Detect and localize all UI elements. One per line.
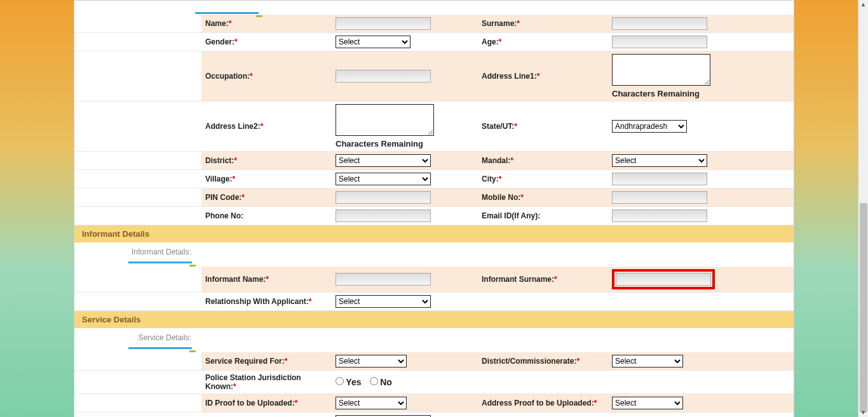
service-section-header: Service Details xyxy=(74,311,794,328)
phone-label: Phone No: xyxy=(205,211,243,220)
name-input[interactable] xyxy=(336,17,431,30)
mandal-label: Mandal: xyxy=(482,156,510,165)
addr1-textarea[interactable] xyxy=(612,54,710,86)
informant-surname-label: Informant Surname: xyxy=(482,275,554,284)
district-label: District: xyxy=(205,156,234,165)
addr2-textarea[interactable] xyxy=(336,104,434,136)
relationship-select[interactable]: Select xyxy=(336,295,431,308)
addr2-chars-remaining: Characters Remaining xyxy=(336,139,474,149)
gender-select[interactable]: Select xyxy=(336,36,410,48)
informant-subtitle-row: Informant Details: xyxy=(74,242,794,258)
surname-input[interactable] xyxy=(612,17,707,30)
scroll-up-arrow-icon[interactable]: ▲ xyxy=(860,1,867,8)
state-label: State/UT: xyxy=(482,122,514,131)
occupation-label: Occupation: xyxy=(205,72,250,81)
id-proof-select[interactable]: Select xyxy=(336,397,407,409)
village-select[interactable]: Select xyxy=(336,173,431,185)
occupation-input[interactable] xyxy=(336,70,431,83)
addr1-label: Address Line1: xyxy=(482,72,537,81)
addr1-chars-remaining: Characters Remaining xyxy=(612,89,790,98)
id-proof-label: ID Proof to be Uploaded: xyxy=(205,399,295,407)
no-label: No xyxy=(380,377,392,387)
addr-proof-label: Address Proof to be Uploaded: xyxy=(482,399,594,407)
informant-section-header: Informant Details xyxy=(74,225,794,242)
scrollbar[interactable]: ▲ ▼ xyxy=(858,0,868,417)
city-label: City: xyxy=(482,175,499,183)
pin-input[interactable] xyxy=(336,191,431,204)
applicant-subtitle-row xyxy=(74,1,794,15)
district-comm-label: District/Commissionerate: xyxy=(482,357,576,366)
ps-known-label: Police Station Jurisdiction Known: xyxy=(205,373,301,391)
relationship-label: Relationship With Applicant: xyxy=(205,297,309,306)
city-input[interactable] xyxy=(612,173,707,185)
informant-subtitle: Informant Details: xyxy=(74,246,195,256)
age-input[interactable] xyxy=(612,36,707,48)
informant-table: Informant Name:* Informant Surname:* Rel… xyxy=(74,267,794,311)
informant-surname-highlight xyxy=(612,269,715,289)
gender-label: Gender: xyxy=(205,37,234,46)
service-table: Service Required For:* Select District/C… xyxy=(74,352,794,417)
informant-name-input[interactable] xyxy=(336,273,431,286)
service-subtitle: Service Details: xyxy=(74,332,195,342)
state-select[interactable]: Andhrapradesh xyxy=(612,120,687,133)
scroll-thumb[interactable] xyxy=(860,203,867,413)
village-label: Village: xyxy=(205,175,232,183)
addr2-label: Address Line2: xyxy=(205,122,261,131)
service-required-label: Service Required For: xyxy=(205,357,285,366)
mobile-label: Mobile No: xyxy=(482,193,520,202)
applicant-table: Name:* Surname:* Gender:* Select Age:* O… xyxy=(74,15,794,225)
email-label: Email ID(If Any): xyxy=(482,211,540,220)
ps-known-no-radio[interactable] xyxy=(370,377,378,385)
informant-surname-input[interactable] xyxy=(616,273,711,286)
age-label: Age: xyxy=(482,37,499,46)
district-select[interactable]: Select xyxy=(336,154,431,167)
informant-name-label: Informant Name: xyxy=(205,275,266,284)
applicant-underline xyxy=(195,7,265,16)
addr-proof-select[interactable]: Select xyxy=(612,397,683,409)
yes-label: Yes xyxy=(346,377,361,387)
mandal-select[interactable]: Select xyxy=(612,154,707,167)
form-container: Name:* Surname:* Gender:* Select Age:* O… xyxy=(74,0,794,417)
district-comm-select[interactable]: Select xyxy=(612,355,683,367)
ps-known-yes-radio[interactable] xyxy=(336,377,344,385)
phone-input[interactable] xyxy=(336,209,431,222)
service-required-select[interactable]: Select xyxy=(336,355,407,367)
scroll-down-arrow-icon[interactable]: ▼ xyxy=(860,409,867,416)
surname-label: Surname: xyxy=(482,19,517,28)
mobile-input[interactable] xyxy=(612,191,707,204)
email-input[interactable] xyxy=(612,209,707,222)
pin-label: PIN Code: xyxy=(205,193,241,202)
service-subtitle-row: Service Details: xyxy=(74,328,794,343)
name-label: Name: xyxy=(205,19,229,28)
